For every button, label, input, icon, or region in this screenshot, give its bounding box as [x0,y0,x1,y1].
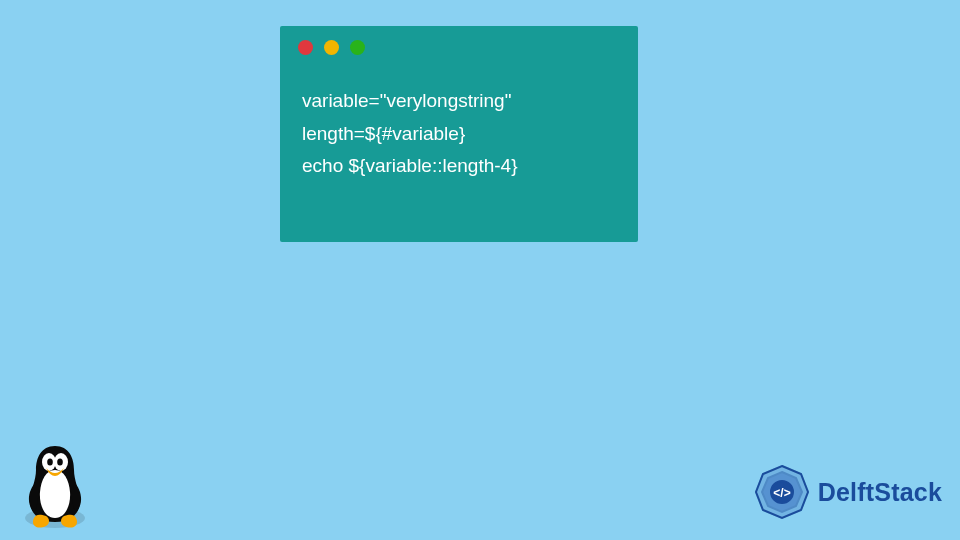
close-dot-icon [298,40,313,55]
maximize-dot-icon [350,40,365,55]
brand-badge: </> DelftStack [754,464,942,520]
svg-point-4 [57,458,63,465]
tux-penguin-icon [16,440,94,532]
terminal-window: variable="verylongstring" length=${#vari… [280,26,638,242]
delftstack-logo-icon: </> [754,464,810,520]
terminal-titlebar [280,26,638,63]
code-block: variable="verylongstring" length=${#vari… [280,63,638,183]
minimize-dot-icon [324,40,339,55]
svg-point-3 [47,458,53,465]
brand-name: DelftStack [818,478,942,507]
svg-text:</>: </> [773,486,790,500]
